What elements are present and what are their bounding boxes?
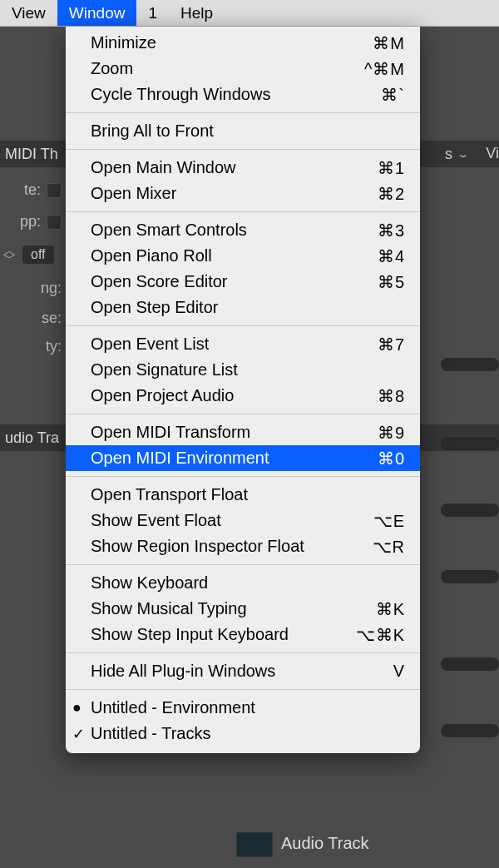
menu-item-show-event-float[interactable]: Show Event Float⌥E xyxy=(66,508,420,533)
menu-separator xyxy=(66,325,420,326)
menu-item-label: Open Piano Roll xyxy=(91,246,378,265)
track-waveform-icon[interactable] xyxy=(236,832,273,857)
menu-item-label: Open MIDI Environment xyxy=(91,449,378,468)
bullet-icon: ● xyxy=(72,699,82,717)
bg-slider-5[interactable] xyxy=(441,657,499,671)
menu-item-hide-all-plug-in-windows[interactable]: Hide All Plug-in WindowsV xyxy=(66,658,420,684)
menu-item-label: Open Signature List xyxy=(91,360,405,379)
menu-item-label: Open Event List xyxy=(91,335,378,354)
menu-item-shortcut: ⌘2 xyxy=(378,184,405,204)
menu-item-show-region-inspector-float[interactable]: Show Region Inspector Float⌥R xyxy=(66,533,420,559)
menu-item-shortcut: ⌘M xyxy=(373,33,405,53)
menu-item-label: Show Keyboard xyxy=(91,573,405,593)
menu-item-open-mixer[interactable]: Open Mixer⌘2 xyxy=(66,181,420,206)
menu-separator xyxy=(66,476,420,477)
menu-item-label: Show Event Float xyxy=(91,511,373,530)
menu-item-label: Untitled - Environment xyxy=(91,698,405,717)
menubar-item-1[interactable]: 1 xyxy=(136,0,169,26)
bg-slider-6[interactable] xyxy=(441,724,499,737)
menu-item-label: Show Musical Typing xyxy=(91,599,376,618)
menu-item-shortcut: ^⌘M xyxy=(364,59,405,79)
menu-item-open-step-editor[interactable]: Open Step Editor xyxy=(66,295,420,320)
menu-separator xyxy=(66,211,420,212)
check-icon: ✓ xyxy=(72,725,85,743)
bg-right-s[interactable]: s ⌄ xyxy=(445,145,469,163)
menu-item-label: Bring All to Front xyxy=(91,122,405,141)
menu-item-label: Open Transport Float xyxy=(91,485,405,504)
window-menu-dropdown: Minimize⌘MZoom^⌘MCycle Through Windows⌘`… xyxy=(66,27,420,753)
menu-item-label: Cycle Through Windows xyxy=(91,85,381,104)
menu-item-shortcut: ⌘4 xyxy=(378,246,405,266)
menu-item-untitled-tracks[interactable]: ✓Untitled - Tracks xyxy=(66,721,420,746)
menu-separator xyxy=(66,414,420,414)
bg-slider-1[interactable] xyxy=(441,358,499,371)
menu-item-open-smart-controls[interactable]: Open Smart Controls⌘3 xyxy=(66,217,420,243)
menu-separator xyxy=(66,689,420,690)
menu-item-minimize[interactable]: Minimize⌘M xyxy=(66,30,420,56)
menu-item-shortcut: ⌘8 xyxy=(378,386,405,406)
menu-item-shortcut: ⌘7 xyxy=(378,335,405,355)
menu-item-shortcut: ⌘` xyxy=(381,85,405,105)
bg-right-v[interactable]: Vi xyxy=(486,145,499,162)
checkbox-pp[interactable] xyxy=(47,215,62,230)
menu-item-untitled-environment[interactable]: ●Untitled - Environment xyxy=(66,695,420,721)
menu-item-shortcut: ⌥E xyxy=(373,511,405,531)
bg-slider-3[interactable] xyxy=(441,503,499,517)
menu-item-label: Untitled - Tracks xyxy=(91,724,405,743)
menubar-item-window[interactable]: Window xyxy=(57,0,137,26)
menu-item-bring-all-to-front[interactable]: Bring All to Front xyxy=(66,118,420,144)
menu-item-shortcut: V xyxy=(393,662,405,681)
track-name-audio[interactable]: Audio Track xyxy=(281,834,369,853)
menu-item-label: Zoom xyxy=(91,59,364,78)
bg-slider-4[interactable] xyxy=(441,570,499,583)
menu-item-show-keyboard[interactable]: Show Keyboard xyxy=(66,570,420,596)
bg-slider-2[interactable] xyxy=(441,437,499,450)
menu-item-open-project-audio[interactable]: Open Project Audio⌘8 xyxy=(66,383,420,409)
menu-item-open-transport-float[interactable]: Open Transport Float xyxy=(66,482,420,508)
menu-separator xyxy=(66,652,420,653)
menu-separator xyxy=(66,112,420,113)
menu-item-open-piano-roll[interactable]: Open Piano Roll⌘4 xyxy=(66,243,420,269)
menubar-item-help[interactable]: Help xyxy=(169,0,225,26)
menu-item-label: Open Score Editor xyxy=(91,272,378,291)
menu-item-zoom[interactable]: Zoom^⌘M xyxy=(66,56,420,82)
menu-item-label: Open Mixer xyxy=(91,184,378,203)
menu-item-open-event-list[interactable]: Open Event List⌘7 xyxy=(66,331,420,357)
menubar: View Window 1 Help xyxy=(0,0,499,27)
menu-item-shortcut: ⌘1 xyxy=(378,158,405,178)
menu-item-label: Open Project Audio xyxy=(91,386,378,405)
menu-item-label: Hide All Plug-in Windows xyxy=(91,662,393,681)
menu-item-label: Open Smart Controls xyxy=(91,221,378,240)
menu-item-shortcut: ⌘3 xyxy=(378,221,405,241)
menu-item-shortcut: ⌥⌘K xyxy=(356,625,405,645)
menu-item-open-score-editor[interactable]: Open Score Editor⌘5 xyxy=(66,269,420,295)
menu-item-open-midi-environment[interactable]: Open MIDI Environment⌘0 xyxy=(66,445,420,471)
bg-label-pp: pp: xyxy=(0,213,67,231)
menu-separator xyxy=(66,564,420,565)
menu-item-cycle-through-windows[interactable]: Cycle Through Windows⌘` xyxy=(66,82,420,107)
bg-label-se: se: xyxy=(0,310,67,327)
menu-item-label: Open Step Editor xyxy=(91,298,405,317)
bg-label-ng: ng: xyxy=(0,280,67,297)
menu-item-shortcut: ⌘5 xyxy=(378,272,405,292)
menu-item-open-midi-transform[interactable]: Open MIDI Transform⌘9 xyxy=(66,419,420,445)
menu-item-show-step-input-keyboard[interactable]: Show Step Input Keyboard⌥⌘K xyxy=(66,622,420,647)
menu-item-shortcut: ⌘0 xyxy=(378,449,405,469)
bg-label-te: te: xyxy=(0,181,67,199)
checkbox-te[interactable] xyxy=(47,183,62,198)
menubar-item-view[interactable]: View xyxy=(0,0,57,26)
menu-item-shortcut: ⌘9 xyxy=(378,423,405,443)
menu-item-show-musical-typing[interactable]: Show Musical Typing⌘K xyxy=(66,596,420,622)
menu-item-open-main-window[interactable]: Open Main Window⌘1 xyxy=(66,155,420,181)
bg-label-ty: ty: xyxy=(0,338,67,355)
menu-item-shortcut: ⌘K xyxy=(376,599,405,619)
menu-item-label: Show Step Input Keyboard xyxy=(91,625,356,644)
menu-item-open-signature-list[interactable]: Open Signature List xyxy=(66,357,420,383)
off-chip[interactable]: off xyxy=(22,246,54,264)
menu-separator xyxy=(66,149,420,150)
menu-item-label: Open MIDI Transform xyxy=(91,423,378,442)
bg-label-off: ◇ off xyxy=(0,245,67,264)
menu-item-label: Show Region Inspector Float xyxy=(91,537,373,556)
menu-item-label: Minimize xyxy=(91,33,373,52)
menu-item-shortcut: ⌥R xyxy=(373,537,405,557)
